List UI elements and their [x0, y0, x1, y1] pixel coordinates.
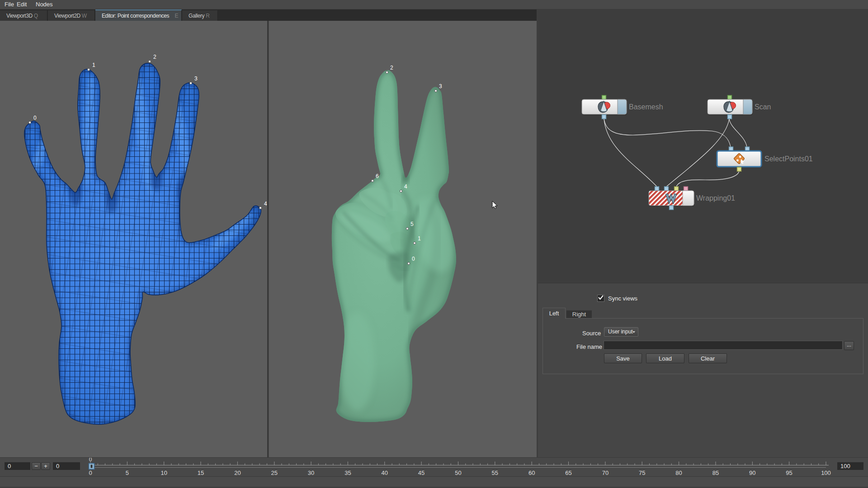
svg-text:6: 6 — [376, 173, 379, 179]
svg-text:0: 0 — [89, 469, 92, 476]
svg-text:4: 4 — [264, 201, 267, 207]
svg-text:95: 95 — [786, 469, 792, 476]
svg-text:30: 30 — [308, 469, 314, 476]
svg-text:Wrapping01: Wrapping01 — [696, 194, 735, 202]
svg-text:2: 2 — [153, 54, 156, 60]
svg-text:3: 3 — [439, 83, 442, 89]
svg-text:2: 2 — [390, 65, 393, 71]
svg-text:90: 90 — [749, 469, 755, 476]
svg-text:35: 35 — [344, 469, 351, 476]
svg-text:15: 15 — [198, 469, 204, 476]
svg-text:3: 3 — [194, 75, 198, 82]
svg-text:40: 40 — [382, 469, 388, 476]
svg-text:65: 65 — [565, 469, 571, 476]
svg-text:5: 5 — [126, 469, 129, 476]
svg-text:85: 85 — [712, 469, 719, 476]
svg-text:0: 0 — [33, 115, 37, 121]
svg-text:1: 1 — [92, 62, 95, 68]
svg-text:Basemesh: Basemesh — [629, 103, 663, 111]
svg-text:5: 5 — [410, 221, 414, 227]
svg-text:25: 25 — [271, 469, 278, 476]
svg-text:10: 10 — [160, 469, 167, 476]
svg-text:0: 0 — [412, 256, 415, 262]
svg-text:4: 4 — [404, 183, 407, 190]
svg-text:SelectPoints01: SelectPoints01 — [764, 155, 813, 163]
svg-text:70: 70 — [602, 469, 609, 476]
svg-text:45: 45 — [418, 469, 425, 476]
svg-text:Scan: Scan — [755, 103, 771, 111]
svg-text:0: 0 — [89, 458, 92, 463]
svg-text:55: 55 — [492, 469, 498, 476]
svg-text:20: 20 — [234, 469, 241, 476]
svg-text:100: 100 — [821, 469, 831, 476]
svg-text:80: 80 — [675, 469, 682, 476]
svg-text:50: 50 — [455, 469, 461, 476]
svg-text:75: 75 — [639, 469, 645, 476]
svg-text:1: 1 — [418, 235, 421, 242]
svg-text:60: 60 — [528, 469, 535, 476]
